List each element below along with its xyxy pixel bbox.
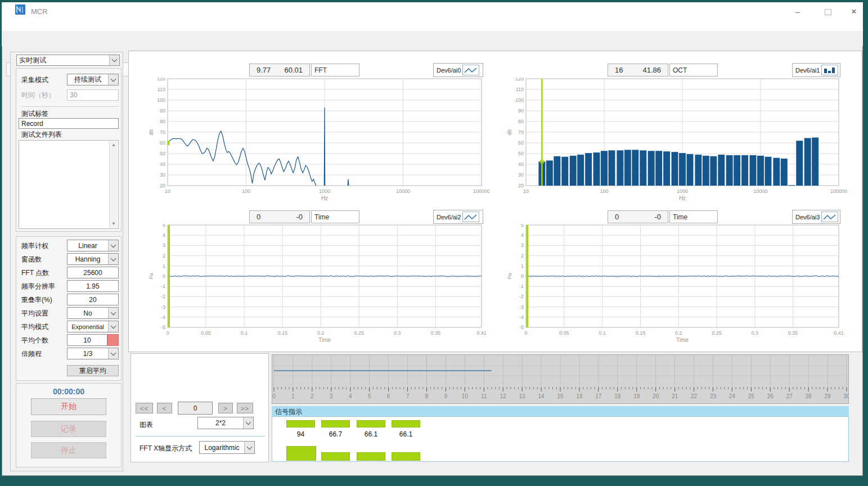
signal-indicator-bar xyxy=(321,420,350,428)
svg-text:100000: 100000 xyxy=(830,188,847,194)
svg-text:Time: Time xyxy=(676,337,689,343)
chevron-down-icon[interactable] xyxy=(243,417,253,429)
divider xyxy=(21,106,119,107)
nav-first-button[interactable]: << xyxy=(136,403,153,413)
chevron-down-icon[interactable] xyxy=(109,55,119,65)
svg-text:11: 11 xyxy=(481,393,487,399)
app-logo-icon xyxy=(15,4,25,15)
fft-xaxis-select[interactable]: Logarithmic xyxy=(199,441,255,454)
title-bar: MCR – × xyxy=(2,2,863,17)
stop-button[interactable]: 停止 xyxy=(31,442,106,458)
svg-text:18: 18 xyxy=(614,393,621,399)
svg-text:17: 17 xyxy=(595,393,602,399)
svg-text:3: 3 xyxy=(163,242,165,248)
svg-text:90: 90 xyxy=(518,108,524,114)
test-file-list[interactable]: ▲ ▼ xyxy=(19,140,119,229)
signal-value: 94 xyxy=(286,430,315,438)
start-button[interactable]: 开始 xyxy=(31,398,106,415)
svg-text:0.35: 0.35 xyxy=(788,330,798,336)
nav-last-button[interactable]: >> xyxy=(237,403,253,413)
svg-text:3: 3 xyxy=(330,393,333,399)
svg-text:1000: 1000 xyxy=(677,188,688,194)
bar-chart-icon xyxy=(821,65,838,75)
restart-average-button[interactable]: 重启平均 xyxy=(67,365,119,376)
fft-points-input[interactable]: 25600 xyxy=(67,267,119,278)
time1-type-box[interactable]: Time xyxy=(311,210,359,223)
svg-text:0.3: 0.3 xyxy=(752,330,759,336)
chevron-down-icon[interactable] xyxy=(108,240,118,251)
chart-layout-select[interactable]: 2*2 xyxy=(197,417,254,429)
avg-set-select[interactable]: No xyxy=(67,307,119,319)
svg-text:24: 24 xyxy=(729,393,736,399)
svg-text:80: 80 xyxy=(160,119,165,124)
oct-plot[interactable]: 2030405060708090100110120101001000100001… xyxy=(505,78,848,206)
oct-channel-box[interactable]: Dev6/ai1 xyxy=(792,63,840,77)
window-fn-select[interactable]: Hanning xyxy=(67,253,119,265)
elapsed-timer: 00:00:00 xyxy=(16,387,121,396)
svg-text:4: 4 xyxy=(163,232,165,238)
time1-plot[interactable]: -5-4-3-2-101234500.050.10.150.20.250.30.… xyxy=(146,224,489,352)
time1-channel-box[interactable]: Dev6/ai2 xyxy=(433,210,483,224)
svg-text:0.41: 0.41 xyxy=(476,330,487,336)
chevron-down-icon[interactable] xyxy=(108,348,118,359)
freq-res-label: 频率分辨率 xyxy=(21,282,55,291)
svg-text:0.1: 0.1 xyxy=(241,330,248,336)
time-input[interactable]: 30 xyxy=(67,89,119,101)
svg-text:-3: -3 xyxy=(519,304,524,310)
svg-text:40: 40 xyxy=(160,161,165,167)
scrollbar[interactable]: ▲ ▼ xyxy=(109,141,118,228)
chevron-down-icon[interactable] xyxy=(108,308,118,318)
signal-level-bar xyxy=(321,452,350,461)
nav-next-button[interactable]: > xyxy=(218,403,233,413)
svg-text:16: 16 xyxy=(576,393,583,399)
svg-text:30: 30 xyxy=(843,393,849,399)
oct-type-box[interactable]: OCT xyxy=(669,64,718,76)
svg-text:80: 80 xyxy=(518,119,524,124)
record-timeline[interactable]: 0123456789101112131415161718192021222324… xyxy=(272,354,849,404)
svg-text:dB: dB xyxy=(507,129,512,135)
svg-text:8: 8 xyxy=(425,393,429,399)
nav-prev-button[interactable]: < xyxy=(157,403,172,413)
desktop-edge xyxy=(863,0,868,486)
time2-channel-box[interactable]: Dev6/ai3 xyxy=(792,210,840,224)
octave-label: 倍频程 xyxy=(21,349,42,359)
record-button[interactable]: 记录 xyxy=(31,421,106,437)
oct-cursor-readout: 1641.86 xyxy=(608,64,668,76)
svg-text:15: 15 xyxy=(557,393,564,399)
signal-level-bar xyxy=(286,446,316,461)
line-chart-icon xyxy=(462,212,479,222)
octave-select[interactable]: 1/3 xyxy=(67,348,119,359)
fft-channel-box[interactable]: Dev6/ai0 xyxy=(433,63,483,77)
svg-text:30: 30 xyxy=(518,172,524,178)
overlap-input[interactable]: 20 xyxy=(67,294,119,305)
time2-type-box[interactable]: Time xyxy=(669,210,718,223)
svg-text:23: 23 xyxy=(710,393,717,399)
time2-plot[interactable]: -5-4-3-2-101234500.050.10.150.20.250.30.… xyxy=(505,224,848,352)
svg-text:110: 110 xyxy=(158,87,165,92)
svg-text:0.05: 0.05 xyxy=(559,330,569,336)
svg-text:10: 10 xyxy=(165,188,170,194)
svg-text:20: 20 xyxy=(160,183,165,188)
freq-weight-select[interactable]: Linear xyxy=(67,240,119,251)
signal-value: 66.1 xyxy=(357,430,385,438)
svg-text:100000: 100000 xyxy=(473,188,489,194)
scroll-up-icon[interactable]: ▲ xyxy=(110,141,118,149)
signal-panel-title: 信号指示 xyxy=(272,406,849,416)
avg-count-input[interactable]: 10 xyxy=(67,334,107,346)
test-mode-select[interactable]: 实时测试 xyxy=(16,55,120,66)
avg-mode-select[interactable]: Exponential xyxy=(67,321,119,332)
fft-plot[interactable]: 2030405060708090100110120101001000100001… xyxy=(146,78,489,206)
fft-type-box[interactable]: FFT xyxy=(311,64,359,76)
chevron-down-icon[interactable] xyxy=(108,74,118,85)
chevron-down-icon[interactable] xyxy=(244,442,254,453)
svg-text:100: 100 xyxy=(600,188,608,194)
chevron-down-icon[interactable] xyxy=(108,254,118,264)
svg-text:0.3: 0.3 xyxy=(394,330,401,336)
test-label-input[interactable]: Record xyxy=(19,118,119,129)
freq-res-input[interactable]: 1.95 xyxy=(67,280,119,292)
svg-text:28: 28 xyxy=(806,393,812,399)
nav-index-box[interactable]: 0 xyxy=(178,402,213,415)
chevron-down-icon[interactable] xyxy=(108,321,118,332)
scroll-down-icon[interactable]: ▼ xyxy=(110,220,118,228)
acq-mode-select[interactable]: 持续测试 xyxy=(67,74,119,86)
